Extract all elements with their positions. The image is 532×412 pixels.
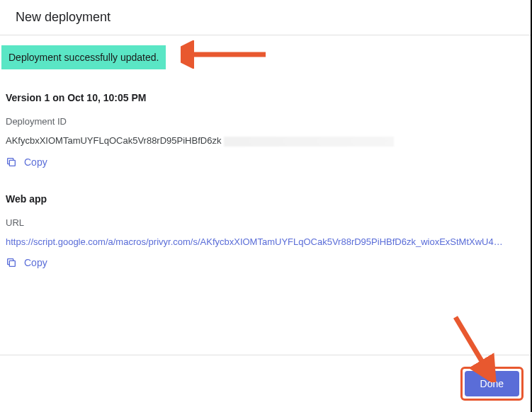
url-label: URL: [6, 217, 525, 228]
svg-rect-1: [9, 261, 15, 266]
success-banner: Deployment successfully updated.: [1, 45, 166, 69]
copy-label: Copy: [24, 257, 47, 268]
webapp-url[interactable]: https://script.google.com/a/macros/privy…: [6, 236, 525, 247]
deployment-id-text: AKfycbxXIOMTamUYFLqOCak5Vr88rD95PiHBfD6z…: [6, 135, 221, 146]
done-button[interactable]: Done: [465, 371, 519, 396]
annotation-highlight: Done: [460, 367, 523, 401]
redacted-overlay: [224, 137, 394, 147]
dialog-footer: Done: [0, 355, 531, 412]
copy-icon: [6, 156, 17, 168]
copy-deployment-id-button[interactable]: Copy: [6, 156, 525, 168]
dialog-header: New deployment: [0, 0, 531, 35]
copy-url-button[interactable]: Copy: [6, 257, 525, 268]
deployment-section: Version 1 on Oct 10, 10:05 PM Deployment…: [0, 69, 531, 268]
deployment-id-value: AKfycbxXIOMTamUYFLqOCak5Vr88rD95PiHBfD6z…: [6, 135, 525, 147]
deployment-dialog: New deployment Deployment successfully u…: [0, 0, 532, 412]
dialog-content: Deployment successfully updated. Version…: [0, 35, 531, 355]
version-info: Version 1 on Oct 10, 10:05 PM: [6, 92, 525, 103]
deployment-id-label: Deployment ID: [6, 116, 525, 127]
svg-rect-0: [9, 160, 15, 166]
page-title: New deployment: [16, 10, 515, 25]
webapp-title: Web app: [6, 193, 525, 205]
copy-icon: [6, 257, 17, 268]
copy-label: Copy: [24, 156, 47, 168]
